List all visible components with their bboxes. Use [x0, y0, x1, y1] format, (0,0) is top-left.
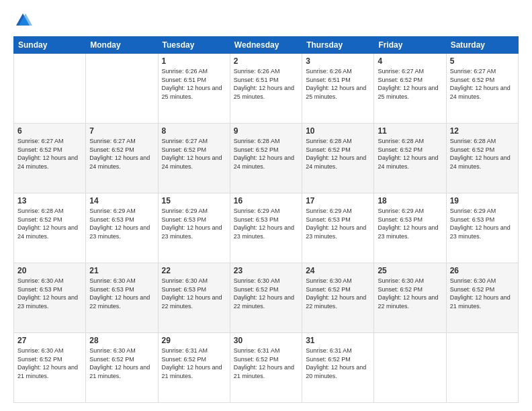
- weekday-header-wednesday: Wednesday: [230, 37, 302, 54]
- calendar-cell: 16Sunrise: 6:29 AM Sunset: 6:53 PM Dayli…: [230, 193, 302, 263]
- day-info: Sunrise: 6:29 AM Sunset: 6:53 PM Dayligh…: [378, 207, 442, 240]
- calendar-cell: 9Sunrise: 6:28 AM Sunset: 6:52 PM Daylig…: [230, 124, 302, 193]
- day-info: Sunrise: 6:30 AM Sunset: 6:53 PM Dayligh…: [17, 277, 82, 310]
- calendar-week-row: 20Sunrise: 6:30 AM Sunset: 6:53 PM Dayli…: [14, 263, 519, 333]
- day-number: 18: [378, 196, 442, 205]
- calendar-cell: [374, 333, 446, 403]
- calendar-cell: 4Sunrise: 6:27 AM Sunset: 6:52 PM Daylig…: [374, 54, 446, 124]
- day-number: 20: [17, 266, 82, 275]
- day-number: 29: [162, 336, 226, 345]
- day-info: Sunrise: 6:27 AM Sunset: 6:52 PM Dayligh…: [162, 137, 226, 171]
- day-number: 7: [89, 126, 154, 136]
- day-info: Sunrise: 6:29 AM Sunset: 6:53 PM Dayligh…: [450, 207, 515, 240]
- calendar-cell: 29Sunrise: 6:31 AM Sunset: 6:52 PM Dayli…: [158, 333, 230, 403]
- weekday-header-saturday: Saturday: [446, 37, 518, 54]
- calendar-cell: 6Sunrise: 6:27 AM Sunset: 6:52 PM Daylig…: [14, 124, 86, 193]
- day-info: Sunrise: 6:30 AM Sunset: 6:52 PM Dayligh…: [378, 277, 442, 310]
- calendar-cell: [446, 333, 518, 403]
- day-info: Sunrise: 6:30 AM Sunset: 6:53 PM Dayligh…: [162, 277, 226, 310]
- calendar-cell: 12Sunrise: 6:28 AM Sunset: 6:52 PM Dayli…: [446, 124, 518, 193]
- day-number: 1: [162, 56, 226, 66]
- day-info: Sunrise: 6:30 AM Sunset: 6:52 PM Dayligh…: [306, 277, 370, 310]
- calendar-cell: 21Sunrise: 6:30 AM Sunset: 6:53 PM Dayli…: [86, 263, 158, 333]
- day-info: Sunrise: 6:28 AM Sunset: 6:52 PM Dayligh…: [378, 137, 442, 171]
- day-info: Sunrise: 6:30 AM Sunset: 6:52 PM Dayligh…: [17, 347, 82, 380]
- calendar-cell: 5Sunrise: 6:27 AM Sunset: 6:52 PM Daylig…: [446, 54, 518, 124]
- day-number: 28: [89, 336, 154, 345]
- day-number: 15: [162, 196, 226, 205]
- day-number: 12: [450, 126, 515, 136]
- calendar-cell: 27Sunrise: 6:30 AM Sunset: 6:52 PM Dayli…: [14, 333, 86, 403]
- calendar-week-row: 13Sunrise: 6:28 AM Sunset: 6:52 PM Dayli…: [14, 193, 519, 263]
- day-number: 2: [234, 56, 298, 66]
- day-number: 22: [162, 266, 226, 275]
- day-number: 6: [17, 126, 82, 136]
- day-info: Sunrise: 6:30 AM Sunset: 6:52 PM Dayligh…: [450, 277, 515, 310]
- day-info: Sunrise: 6:26 AM Sunset: 6:51 PM Dayligh…: [306, 67, 370, 101]
- calendar-cell: 10Sunrise: 6:28 AM Sunset: 6:52 PM Dayli…: [302, 124, 374, 193]
- day-number: 24: [306, 266, 370, 275]
- day-number: 31: [306, 336, 370, 345]
- weekday-header-row: SundayMondayTuesdayWednesdayThursdayFrid…: [14, 37, 519, 54]
- calendar-cell: 31Sunrise: 6:31 AM Sunset: 6:52 PM Dayli…: [302, 333, 374, 403]
- page: SundayMondayTuesdayWednesdayThursdayFrid…: [0, 0, 532, 411]
- day-number: 14: [89, 196, 154, 205]
- day-info: Sunrise: 6:29 AM Sunset: 6:53 PM Dayligh…: [234, 207, 298, 240]
- calendar-cell: 17Sunrise: 6:29 AM Sunset: 6:53 PM Dayli…: [302, 193, 374, 263]
- calendar-cell: 2Sunrise: 6:26 AM Sunset: 6:51 PM Daylig…: [230, 54, 302, 124]
- day-info: Sunrise: 6:29 AM Sunset: 6:53 PM Dayligh…: [306, 207, 370, 240]
- calendar-cell: 3Sunrise: 6:26 AM Sunset: 6:51 PM Daylig…: [302, 54, 374, 124]
- weekday-header-thursday: Thursday: [302, 37, 374, 54]
- day-info: Sunrise: 6:26 AM Sunset: 6:51 PM Dayligh…: [162, 67, 226, 101]
- day-number: 26: [450, 266, 515, 275]
- calendar-cell: 14Sunrise: 6:29 AM Sunset: 6:53 PM Dayli…: [86, 193, 158, 263]
- calendar-cell: 13Sunrise: 6:28 AM Sunset: 6:52 PM Dayli…: [14, 193, 86, 263]
- day-info: Sunrise: 6:29 AM Sunset: 6:53 PM Dayligh…: [89, 207, 154, 240]
- calendar-cell: 22Sunrise: 6:30 AM Sunset: 6:53 PM Dayli…: [158, 263, 230, 333]
- day-info: Sunrise: 6:28 AM Sunset: 6:52 PM Dayligh…: [17, 207, 82, 240]
- day-info: Sunrise: 6:27 AM Sunset: 6:52 PM Dayligh…: [89, 137, 154, 171]
- logo: [13, 11, 35, 30]
- day-info: Sunrise: 6:31 AM Sunset: 6:52 PM Dayligh…: [234, 347, 298, 380]
- day-info: Sunrise: 6:30 AM Sunset: 6:52 PM Dayligh…: [89, 347, 154, 380]
- day-number: 13: [17, 196, 82, 205]
- calendar-cell: 25Sunrise: 6:30 AM Sunset: 6:52 PM Dayli…: [374, 263, 446, 333]
- weekday-header-monday: Monday: [86, 37, 158, 54]
- calendar-cell: 7Sunrise: 6:27 AM Sunset: 6:52 PM Daylig…: [86, 124, 158, 193]
- day-info: Sunrise: 6:26 AM Sunset: 6:51 PM Dayligh…: [234, 67, 298, 101]
- logo-icon: [13, 11, 32, 30]
- day-info: Sunrise: 6:31 AM Sunset: 6:52 PM Dayligh…: [162, 347, 226, 380]
- day-info: Sunrise: 6:27 AM Sunset: 6:52 PM Dayligh…: [450, 67, 515, 101]
- calendar-week-row: 1Sunrise: 6:26 AM Sunset: 6:51 PM Daylig…: [14, 54, 519, 124]
- calendar-cell: 28Sunrise: 6:30 AM Sunset: 6:52 PM Dayli…: [86, 333, 158, 403]
- day-number: 17: [306, 196, 370, 205]
- day-number: 5: [450, 56, 515, 66]
- calendar-cell: 23Sunrise: 6:30 AM Sunset: 6:52 PM Dayli…: [230, 263, 302, 333]
- day-number: 30: [234, 336, 298, 345]
- day-number: 25: [378, 266, 442, 275]
- day-info: Sunrise: 6:27 AM Sunset: 6:52 PM Dayligh…: [378, 67, 442, 101]
- calendar-cell: [14, 54, 86, 124]
- calendar-cell: 20Sunrise: 6:30 AM Sunset: 6:53 PM Dayli…: [14, 263, 86, 333]
- header: [13, 11, 519, 30]
- weekday-header-friday: Friday: [374, 37, 446, 54]
- day-info: Sunrise: 6:28 AM Sunset: 6:52 PM Dayligh…: [306, 137, 370, 171]
- day-info: Sunrise: 6:27 AM Sunset: 6:52 PM Dayligh…: [17, 137, 82, 171]
- calendar-cell: 1Sunrise: 6:26 AM Sunset: 6:51 PM Daylig…: [158, 54, 230, 124]
- calendar-cell: 30Sunrise: 6:31 AM Sunset: 6:52 PM Dayli…: [230, 333, 302, 403]
- day-number: 27: [17, 336, 82, 345]
- day-number: 4: [378, 56, 442, 66]
- calendar-table: SundayMondayTuesdayWednesdayThursdayFrid…: [13, 36, 519, 403]
- calendar-cell: 24Sunrise: 6:30 AM Sunset: 6:52 PM Dayli…: [302, 263, 374, 333]
- calendar-week-row: 27Sunrise: 6:30 AM Sunset: 6:52 PM Dayli…: [14, 333, 519, 403]
- day-number: 11: [378, 126, 442, 136]
- day-info: Sunrise: 6:30 AM Sunset: 6:52 PM Dayligh…: [234, 277, 298, 310]
- calendar-cell: 18Sunrise: 6:29 AM Sunset: 6:53 PM Dayli…: [374, 193, 446, 263]
- calendar-cell: 8Sunrise: 6:27 AM Sunset: 6:52 PM Daylig…: [158, 124, 230, 193]
- day-info: Sunrise: 6:28 AM Sunset: 6:52 PM Dayligh…: [234, 137, 298, 171]
- calendar-cell: 26Sunrise: 6:30 AM Sunset: 6:52 PM Dayli…: [446, 263, 518, 333]
- day-number: 3: [306, 56, 370, 66]
- day-info: Sunrise: 6:31 AM Sunset: 6:52 PM Dayligh…: [306, 347, 370, 380]
- calendar-week-row: 6Sunrise: 6:27 AM Sunset: 6:52 PM Daylig…: [14, 124, 519, 193]
- calendar-cell: 11Sunrise: 6:28 AM Sunset: 6:52 PM Dayli…: [374, 124, 446, 193]
